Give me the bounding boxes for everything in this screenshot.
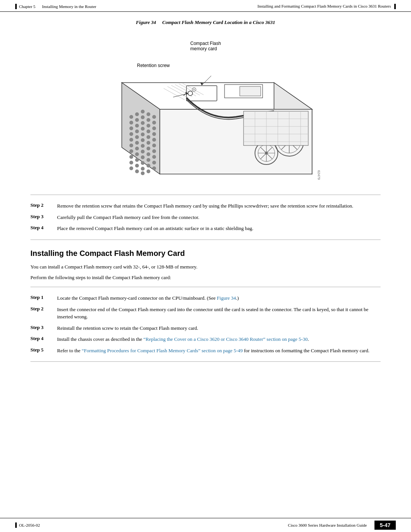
- main-content: Figure 34 Compact Flash Memory Card Loca…: [0, 12, 411, 390]
- paragraphs-container: You can install a Compact Flash memory c…: [30, 263, 381, 281]
- step-text: Insert the connector end of the Compact …: [57, 307, 368, 320]
- svg-text:62479: 62479: [317, 170, 321, 180]
- svg-rect-90: [244, 111, 308, 145]
- step-text: Reinstall the retention screw to retain …: [57, 325, 198, 331]
- header-right-bar-icon: [394, 4, 396, 9]
- svg-point-23: [135, 164, 139, 168]
- svg-point-38: [147, 118, 150, 122]
- svg-point-12: [129, 161, 133, 165]
- svg-point-52: [152, 138, 156, 142]
- svg-point-15: [135, 118, 139, 122]
- svg-point-7: [129, 132, 133, 136]
- page-number: 5-47: [374, 521, 396, 530]
- callout-screw-label: Retention screw: [137, 63, 170, 68]
- step-label: Step 5: [30, 345, 57, 356]
- svg-point-5: [129, 121, 133, 125]
- svg-point-54: [152, 149, 156, 153]
- header-bar-icon: [15, 4, 17, 9]
- figure-link[interactable]: Figure 34: [217, 295, 236, 301]
- chapter-label: Chapter 5: [19, 4, 35, 9]
- step-text-after: .: [308, 336, 309, 342]
- svg-point-28: [141, 127, 145, 131]
- svg-point-48: [152, 115, 156, 119]
- step-link[interactable]: “Replacing the Cover on a Cisco 3620 or …: [143, 336, 308, 342]
- svg-point-30: [141, 138, 145, 142]
- table-row: Step 2 Insert the connector end of the C…: [30, 304, 381, 323]
- svg-point-13: [129, 166, 133, 170]
- svg-point-4: [129, 115, 133, 119]
- figure-caption: Figure 34 Compact Flash Memory Card Loca…: [30, 19, 381, 26]
- svg-point-41: [147, 135, 150, 139]
- svg-point-11: [129, 155, 133, 159]
- footer-bar-icon: [15, 522, 17, 528]
- body-paragraph: Perform the following steps to install t…: [30, 274, 381, 281]
- step-content: Carefully pull the Compact Flash memory …: [57, 212, 381, 223]
- svg-point-42: [147, 141, 150, 145]
- header-right-title: Installing and Formatting Compact Flash …: [258, 4, 391, 8]
- footer-left: OL-2056-02: [15, 522, 40, 528]
- svg-point-51: [152, 132, 156, 136]
- svg-point-22: [135, 158, 139, 162]
- step-text-after: for instructions on formatting the Compa…: [243, 348, 370, 353]
- svg-point-17: [135, 129, 139, 133]
- svg-point-9: [129, 144, 133, 147]
- callout-cf-label: Compact Flashmemory card: [190, 41, 221, 51]
- svg-point-55: [152, 155, 156, 159]
- step-content: Place the removed Compact Flash memory c…: [57, 223, 381, 234]
- step-label: Step 3: [30, 323, 57, 334]
- svg-point-31: [141, 144, 145, 148]
- svg-point-49: [152, 121, 156, 125]
- svg-point-39: [147, 124, 150, 128]
- svg-point-20: [135, 147, 139, 150]
- svg-point-33: [141, 155, 145, 159]
- svg-point-46: [147, 164, 150, 168]
- page-header: Chapter 5 Installing Memory in the Route…: [0, 0, 411, 12]
- figure-label: Figure 34: [136, 19, 161, 25]
- step-content: Refer to the “Formatting Procedures for …: [57, 345, 381, 356]
- footer-right-block: 5-47: [374, 521, 396, 530]
- svg-point-21: [135, 152, 139, 156]
- header-left: Chapter 5 Installing Memory in the Route…: [15, 4, 96, 9]
- table-row: Step 4 Install the chassis cover as desc…: [30, 334, 381, 345]
- footer-center: Cisco 3600 Series Hardware Installation …: [40, 523, 374, 527]
- step-label: Step 4: [30, 223, 57, 234]
- svg-point-57: [152, 166, 156, 170]
- svg-point-26: [141, 115, 145, 119]
- step-content: Insert the connector end of the Compact …: [57, 304, 381, 323]
- table-row: Step 4 Place the removed Compact Flash m…: [30, 223, 381, 234]
- svg-point-27: [141, 121, 145, 125]
- step-text: Install the chassis cover as described i…: [57, 336, 143, 342]
- figure-diagram: Compact Flashmemory card Retention screw: [76, 29, 335, 189]
- svg-point-8: [129, 138, 133, 142]
- step-label: Step 3: [30, 212, 57, 223]
- step-label: Step 2: [30, 200, 57, 212]
- svg-point-6: [129, 126, 133, 130]
- svg-point-25: [141, 110, 145, 113]
- chapter-title: Installing Memory in the Router: [42, 4, 96, 9]
- step-link[interactable]: “Formatting Procedures for Compact Flash…: [82, 348, 243, 353]
- table-row: Step 1 Locate the Compact Flash memory-c…: [30, 292, 381, 304]
- svg-point-40: [147, 129, 150, 133]
- step-content: Reinstall the retention screw to retain …: [57, 323, 381, 334]
- footer-doc-number: OL-2056-02: [19, 523, 40, 527]
- divider-after-steps-after: [30, 361, 381, 362]
- svg-point-10: [129, 149, 133, 153]
- svg-point-84: [188, 91, 193, 96]
- svg-rect-77: [240, 86, 261, 96]
- svg-point-53: [152, 144, 156, 147]
- page-footer: OL-2056-02 Cisco 3600 Series Hardware In…: [0, 518, 411, 532]
- table-row: Step 3 Carefully pull the Compact Flash …: [30, 212, 381, 223]
- table-row: Step 3 Reinstall the retention screw to …: [30, 323, 381, 334]
- svg-point-36: [141, 171, 145, 175]
- table-row: Step 5 Refer to the “Formatting Procedur…: [30, 345, 381, 356]
- footer-right-title: Cisco 3600 Series Hardware Installation …: [288, 523, 367, 527]
- divider-before-steps-after: [30, 287, 381, 287]
- step-label: Step 4: [30, 334, 57, 345]
- svg-point-18: [135, 135, 139, 139]
- svg-point-32: [141, 150, 145, 153]
- svg-point-24: [135, 169, 139, 173]
- svg-point-35: [141, 167, 145, 171]
- svg-point-16: [135, 124, 139, 128]
- svg-point-19: [135, 141, 139, 145]
- step-text: Refer to the: [57, 348, 82, 353]
